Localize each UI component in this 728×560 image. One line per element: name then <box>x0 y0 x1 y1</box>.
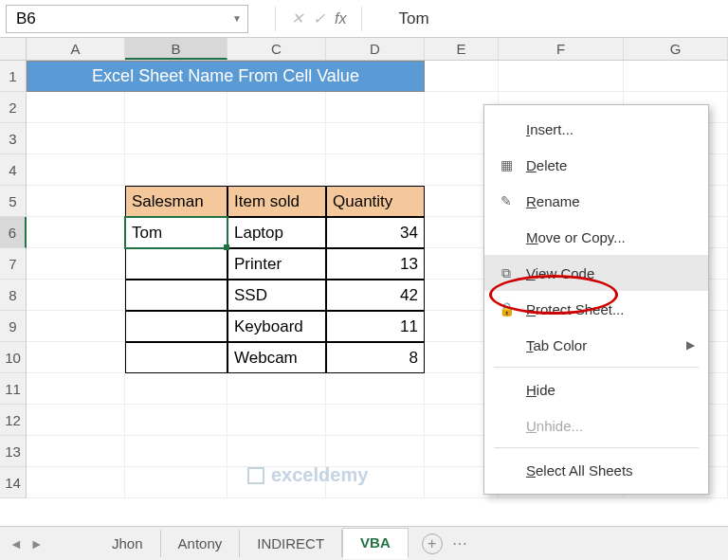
select-all-corner[interactable] <box>0 38 27 60</box>
col-header-A[interactable]: A <box>27 38 125 60</box>
row-header[interactable]: 8 <box>0 280 27 311</box>
row-header[interactable]: 2 <box>0 92 27 123</box>
col-header-F[interactable]: F <box>499 38 624 60</box>
formula-bar-row: B6 ▼ ✕ ✓ fx Tom <box>0 0 728 38</box>
menu-unhide: Unhide... <box>484 407 708 443</box>
col-header-E[interactable]: E <box>425 38 499 60</box>
svg-rect-0 <box>248 468 264 483</box>
table-header[interactable]: Quantity <box>326 186 425 217</box>
tab-overflow-icon[interactable]: ⋯ <box>452 534 467 552</box>
sheet-tab-context-menu: Insert... ▦Delete ✎Rename Move or Copy..… <box>483 104 709 495</box>
row-header[interactable]: 3 <box>0 123 27 154</box>
sheet-tab[interactable]: INDIRECT <box>240 530 342 557</box>
menu-protect-sheet[interactable]: 🔒Protect Sheet... <box>484 291 708 327</box>
delete-icon: ▦ <box>498 156 515 173</box>
name-box-value: B6 <box>16 9 36 28</box>
menu-delete[interactable]: ▦Delete <box>484 147 708 183</box>
row-header[interactable]: 4 <box>0 154 27 186</box>
lock-icon: 🔒 <box>498 300 515 317</box>
col-header-G[interactable]: G <box>624 38 728 60</box>
chevron-down-icon[interactable]: ▼ <box>232 13 242 24</box>
row-header[interactable]: 9 <box>0 311 27 342</box>
table-cell[interactable]: 34 <box>326 217 425 248</box>
formula-bar-input[interactable]: Tom <box>398 9 428 28</box>
tab-nav-next-icon[interactable]: ► <box>30 536 44 551</box>
col-header-D[interactable]: D <box>326 38 425 60</box>
selected-cell[interactable]: Tom <box>125 217 228 248</box>
row-header[interactable]: 13 <box>0 436 27 467</box>
menu-tab-color[interactable]: Tab Color▶ <box>484 327 708 363</box>
menu-separator <box>494 447 699 448</box>
new-sheet-button[interactable]: + <box>422 533 443 554</box>
col-header-B[interactable]: B <box>125 38 228 60</box>
row-header[interactable]: 5 <box>0 186 27 217</box>
name-box[interactable]: B6 ▼ <box>6 5 248 33</box>
formula-bar-controls: ✕ ✓ fx <box>269 7 368 31</box>
rename-icon: ✎ <box>498 192 515 209</box>
menu-insert[interactable]: Insert... <box>484 111 708 147</box>
menu-select-all-sheets[interactable]: Select All Sheets <box>484 452 708 488</box>
menu-hide[interactable]: Hide <box>484 371 708 407</box>
row-header[interactable]: 12 <box>0 405 27 436</box>
watermark: exceldemy <box>246 464 368 486</box>
cancel-icon[interactable]: ✕ <box>291 9 303 27</box>
sheet-tab-active[interactable]: VBA <box>342 528 409 559</box>
menu-move-copy[interactable]: Move or Copy... <box>484 219 708 255</box>
menu-separator <box>494 367 699 368</box>
sheet-tab[interactable]: Jhon <box>95 530 161 557</box>
menu-rename[interactable]: ✎Rename <box>484 183 708 219</box>
row-header[interactable]: 7 <box>0 248 27 280</box>
chevron-right-icon: ▶ <box>686 338 695 352</box>
tab-nav-prev-icon[interactable]: ◄ <box>9 536 23 551</box>
sheet-tab-bar: ◄ ► Jhon Antony INDIRECT VBA + ⋯ <box>0 526 728 560</box>
row-header[interactable]: 1 <box>0 61 27 92</box>
table-header[interactable]: Item sold <box>228 186 326 217</box>
col-header-C[interactable]: C <box>228 38 326 60</box>
row-header[interactable]: 6 <box>0 217 27 248</box>
sheet-tab[interactable]: Antony <box>161 530 241 557</box>
enter-icon[interactable]: ✓ <box>313 9 325 27</box>
menu-view-code[interactable]: ⧉View Code <box>484 255 708 291</box>
row-header[interactable]: 14 <box>0 467 27 498</box>
row-header[interactable]: 10 <box>0 342 27 373</box>
table-cell[interactable]: Laptop <box>228 217 326 248</box>
table-header[interactable]: Salesman <box>125 186 228 217</box>
row-header[interactable]: 11 <box>0 373 27 405</box>
title-cell[interactable]: Excel Sheet Name From Cell Value <box>27 61 425 92</box>
code-icon: ⧉ <box>498 264 515 281</box>
column-headers: A B C D E F G <box>0 38 728 61</box>
fx-icon[interactable]: fx <box>335 10 346 27</box>
